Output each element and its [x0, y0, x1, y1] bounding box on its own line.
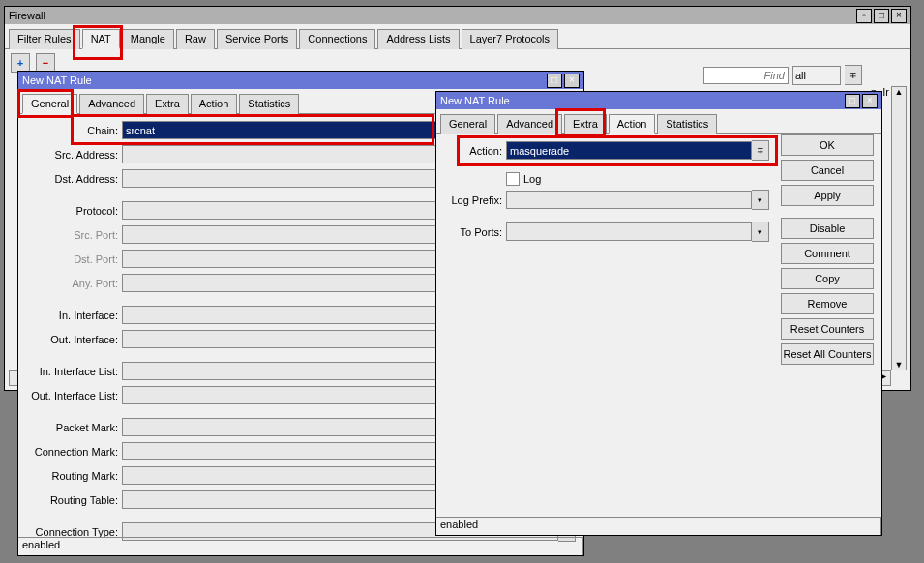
- filter-dropdown-icon[interactable]: ∓: [845, 65, 862, 85]
- comment-button[interactable]: Comment: [781, 243, 874, 264]
- tab-connections[interactable]: Connections: [299, 29, 375, 49]
- action-value: masquerade: [510, 145, 569, 157]
- ok-button[interactable]: OK: [781, 134, 874, 156]
- nat-left-titlebar: New NAT Rule □ ×: [18, 72, 583, 89]
- label-src-port: Src. Port:: [26, 229, 122, 241]
- label-dst-port: Dst. Port:: [26, 253, 122, 265]
- nat-left-title: New NAT Rule: [22, 74, 92, 86]
- nat-right-status-cell: enabled: [436, 518, 881, 535]
- tab-general-right[interactable]: General: [440, 114, 495, 134]
- label-in-if-list: In. Interface List:: [26, 366, 122, 377]
- tab-nat[interactable]: NAT: [82, 29, 120, 49]
- restore-icon[interactable]: □: [845, 94, 860, 108]
- log-checkbox[interactable]: [506, 172, 520, 186]
- minimize-icon[interactable]: ▫: [856, 9, 872, 23]
- nat-right-tabs: General Advanced Extra Action Statistics: [436, 109, 881, 134]
- label-log-prefix: Log Prefix:: [444, 194, 506, 206]
- tab-mangle[interactable]: Mangle: [122, 29, 174, 49]
- label-in-if: In. Interface:: [26, 310, 122, 321]
- firewall-title: Firewall: [9, 10, 45, 21]
- nat-rule-window-right: New NAT Rule □ × General Advanced Extra …: [435, 91, 882, 536]
- action-combo[interactable]: masquerade: [506, 141, 752, 160]
- tab-general-left[interactable]: General: [22, 94, 77, 114]
- nat-right-status: enabled: [436, 517, 881, 535]
- remove-button[interactable]: Remove: [781, 293, 874, 314]
- tab-action-left[interactable]: Action: [191, 94, 238, 114]
- close-icon[interactable]: ×: [862, 94, 878, 108]
- log-label: Log: [523, 173, 541, 185]
- label-route-mark: Routing Mark:: [26, 470, 122, 482]
- add-button[interactable]: +: [11, 53, 30, 73]
- label-route-table: Routing Table:: [26, 494, 122, 506]
- label-out-if: Out. Interface:: [26, 334, 122, 345]
- chain-value: srcnat: [126, 125, 155, 136]
- find-input[interactable]: [703, 67, 789, 84]
- label-protocol: Protocol:: [26, 205, 122, 217]
- vscrollbar[interactable]: ▲ ▼: [891, 86, 907, 370]
- log-prefix-input[interactable]: [506, 191, 752, 209]
- nat-left-status: enabled: [18, 537, 583, 555]
- tab-statistics-left[interactable]: Statistics: [239, 94, 299, 114]
- remove-button[interactable]: −: [36, 53, 55, 73]
- to-ports-expand-icon[interactable]: ▾: [752, 222, 769, 242]
- label-chain: Chain:: [26, 125, 122, 136]
- scroll-up-icon[interactable]: ▲: [892, 87, 906, 97]
- action-dropdown-icon[interactable]: ∓: [752, 140, 769, 161]
- nat-right-titlebar: New NAT Rule □ ×: [436, 92, 881, 109]
- nat-right-buttons: OK Cancel Apply Disable Comment Copy Rem…: [781, 134, 874, 365]
- firewall-tabs: Filter Rules NAT Mangle Raw Service Port…: [5, 24, 910, 49]
- label-conn-type: Connection Type:: [26, 526, 122, 538]
- label-action: Action:: [444, 145, 506, 157]
- tab-advanced-left[interactable]: Advanced: [79, 94, 144, 114]
- label-pkt-mark: Packet Mark:: [26, 422, 122, 433]
- copy-button[interactable]: Copy: [781, 268, 874, 289]
- close-icon[interactable]: ×: [564, 74, 580, 88]
- tab-action-right[interactable]: Action: [609, 114, 656, 134]
- log-prefix-expand-icon[interactable]: ▾: [752, 190, 769, 210]
- maximize-icon[interactable]: □: [874, 9, 889, 23]
- tab-layer7[interactable]: Layer7 Protocols: [462, 29, 559, 49]
- cancel-button[interactable]: Cancel: [781, 160, 874, 181]
- label-out-if-list: Out. Interface List:: [26, 390, 122, 401]
- reset-all-counters-button[interactable]: Reset All Counters: [781, 343, 874, 365]
- nat-left-status-cell: enabled: [18, 538, 583, 555]
- label-to-ports: To Ports:: [444, 226, 506, 238]
- tab-extra-left[interactable]: Extra: [146, 94, 189, 114]
- label-src-addr: Src. Address:: [26, 149, 122, 161]
- restore-icon[interactable]: □: [547, 74, 562, 88]
- apply-button[interactable]: Apply: [781, 185, 874, 206]
- label-any-port: Any. Port:: [26, 278, 122, 289]
- firewall-find-row: all ∓: [703, 65, 862, 85]
- reset-counters-button[interactable]: Reset Counters: [781, 318, 874, 340]
- tab-address-lists[interactable]: Address Lists: [377, 29, 459, 49]
- label-conn-mark: Connection Mark:: [26, 446, 122, 458]
- tab-advanced-right[interactable]: Advanced: [497, 114, 562, 134]
- tab-raw[interactable]: Raw: [176, 29, 215, 49]
- filter-value: all: [795, 70, 806, 81]
- firewall-titlebar: Firewall ▫ □ ×: [5, 7, 910, 24]
- scroll-down-icon[interactable]: ▼: [892, 360, 906, 370]
- filter-select[interactable]: all: [792, 66, 841, 85]
- tab-service-ports[interactable]: Service Ports: [217, 29, 297, 49]
- tab-extra-right[interactable]: Extra: [564, 114, 607, 134]
- disable-button[interactable]: Disable: [781, 218, 874, 239]
- nat-right-title: New NAT Rule: [440, 95, 510, 106]
- tab-filter-rules[interactable]: Filter Rules: [9, 29, 80, 49]
- tab-statistics-right[interactable]: Statistics: [657, 114, 717, 134]
- label-dst-addr: Dst. Address:: [26, 173, 122, 185]
- close-icon[interactable]: ×: [891, 9, 907, 23]
- to-ports-input[interactable]: [506, 222, 752, 241]
